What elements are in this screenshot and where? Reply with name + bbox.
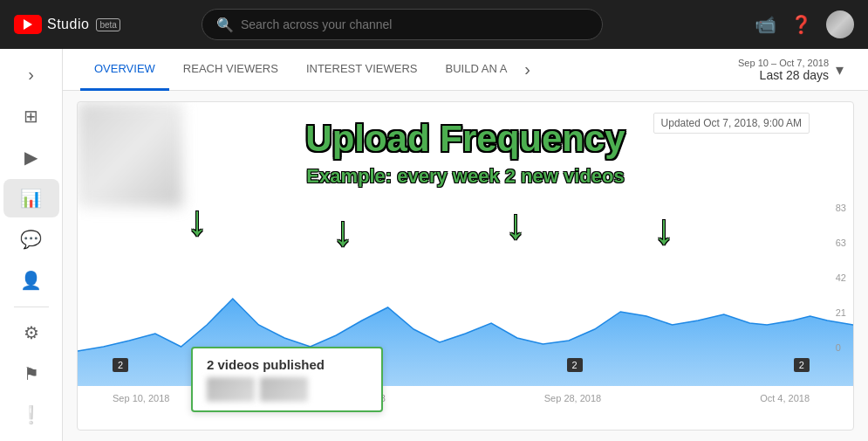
studio-label: Studio (47, 17, 89, 32)
dashboard-icon: ⊞ (24, 106, 38, 127)
subtitles-icon: 👤 (20, 270, 42, 291)
sidebar-item-comments[interactable]: 💬 (3, 221, 59, 258)
sidebar-item-settings[interactable]: ⚙ (3, 314, 59, 352)
x-label-2: Sep 28, 2018 (544, 393, 601, 403)
help-sidebar-icon: ❕ (20, 404, 42, 425)
chart-container: Upload Frequency Example: every week 2 n… (77, 101, 854, 431)
top-nav: Studio beta 🔍 📹 ❓ (0, 0, 868, 49)
sidebar-item-dashboard[interactable]: ⊞ (3, 97, 59, 134)
y-label-42: 42 (836, 272, 846, 307)
search-icon: 🔍 (216, 17, 234, 33)
date-range: Sep 10 – Oct 7, 2018 Last 28 days ▾ (738, 58, 851, 82)
tab-reach[interactable]: REACH VIEWERS (169, 49, 292, 91)
comments-icon: 💬 (20, 229, 42, 250)
date-dropdown-icon[interactable]: ▾ (836, 60, 844, 79)
youtube-icon (14, 15, 42, 34)
create-icon[interactable]: 📹 (755, 14, 776, 35)
tooltip-thumb-1 (207, 377, 255, 402)
avatar-image (826, 10, 854, 38)
date-range-text: Sep 10 – Oct 7, 2018 Last 28 days (738, 58, 829, 82)
x-label-3: Oct 4, 2018 (760, 393, 810, 403)
tab-build[interactable]: BUILD AN A (432, 49, 522, 91)
y-label-63: 63 (836, 238, 846, 272)
date-range-dates: Sep 10 – Oct 7, 2018 (738, 58, 829, 68)
y-label-0: 0 (836, 342, 846, 377)
marker-3: 2 (794, 358, 810, 372)
arrow-1: ↓ (187, 196, 208, 245)
tooltip-thumbnails (207, 377, 367, 402)
tooltip-box: 2 videos published (191, 347, 383, 412)
tabs-bar: OVERVIEW REACH VIEWERS INTEREST VIEWERS … (63, 49, 868, 91)
search-bar[interactable]: 🔍 (202, 9, 603, 40)
feedback-icon: ⚑ (24, 363, 39, 384)
nav-right: 📹 ❓ (755, 10, 854, 38)
marker-0: 2 (113, 358, 128, 372)
search-input[interactable] (241, 17, 588, 31)
chart-overlay-subtitle: Example: every week 2 new videos (306, 165, 624, 188)
y-label-83: 83 (836, 203, 846, 238)
chart-overlay-title: Upload Frequency (305, 118, 625, 160)
arrow-3: ↓ (505, 200, 526, 248)
sidebar: › ⊞ ▶ 📊 💬 👤 ⚙ ⚑ ❕ (0, 49, 63, 441)
arrow-2: ↓ (332, 207, 353, 255)
y-label-21: 21 (836, 307, 846, 342)
help-icon[interactable]: ❓ (790, 14, 812, 35)
content-area: OVERVIEW REACH VIEWERS INTEREST VIEWERS … (63, 49, 868, 441)
sidebar-item-feedback[interactable]: ⚑ (3, 355, 59, 393)
tabs-more-button[interactable]: › (521, 59, 534, 79)
marker-2: 2 (567, 358, 583, 372)
sidebar-divider (14, 307, 49, 307)
tab-interest[interactable]: INTEREST VIEWERS (292, 49, 432, 91)
sidebar-item-help[interactable]: ❕ (3, 396, 59, 434)
date-range-period: Last 28 days (738, 68, 829, 82)
avatar[interactable] (826, 10, 854, 38)
sidebar-expand[interactable]: › (3, 56, 59, 93)
main-layout: › ⊞ ▶ 📊 💬 👤 ⚙ ⚑ ❕ OVERV (0, 49, 868, 441)
updated-badge: Updated Oct 7, 2018, 9:00 AM (653, 113, 810, 134)
sidebar-item-subtitles[interactable]: 👤 (3, 262, 59, 300)
thumbnail-blur (78, 102, 182, 207)
sidebar-item-videos[interactable]: ▶ (3, 138, 59, 176)
sidebar-item-analytics[interactable]: 📊 (3, 179, 59, 217)
expand-icon: › (28, 65, 34, 85)
settings-icon: ⚙ (24, 322, 39, 343)
analytics-icon: 📊 (20, 188, 42, 209)
x-label-0: Sep 10, 2018 (113, 393, 169, 403)
beta-badge: beta (96, 18, 120, 31)
youtube-logo[interactable]: Studio beta (14, 15, 120, 34)
videos-icon: ▶ (24, 147, 38, 168)
tooltip-thumb-2 (260, 377, 308, 402)
tooltip-title: 2 videos published (207, 357, 367, 372)
arrow-4: ↓ (653, 205, 674, 253)
y-axis: 83 63 42 21 0 (836, 203, 846, 377)
tab-overview[interactable]: OVERVIEW (80, 49, 169, 91)
